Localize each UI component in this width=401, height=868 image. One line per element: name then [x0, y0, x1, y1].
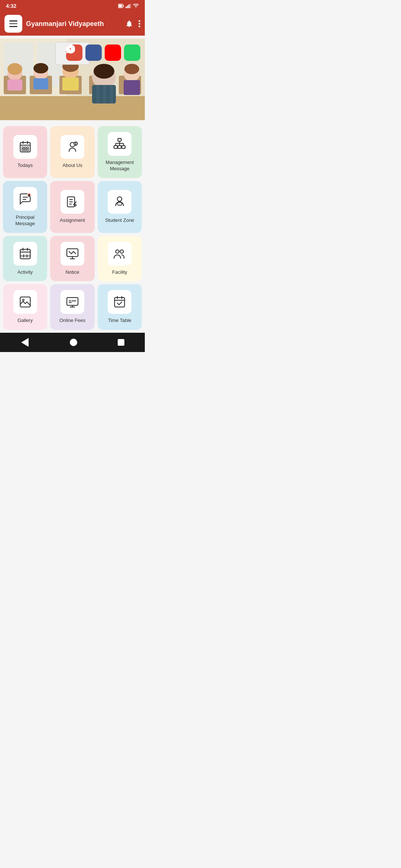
home-button[interactable]: [70, 339, 77, 346]
recents-icon: [118, 339, 124, 346]
hero-banner: [0, 39, 145, 120]
team-icon: [113, 247, 126, 260]
menu-item-online-fees[interactable]: Online Fees: [50, 284, 94, 330]
computer-pay-icon: [66, 295, 79, 309]
bell-icon[interactable]: [125, 20, 133, 28]
about-us-label: About Us: [62, 162, 82, 169]
svg-line-85: [74, 251, 76, 254]
recents-button[interactable]: [118, 339, 124, 346]
svg-rect-3: [125, 7, 127, 8]
principal-message-label: Principal Message: [7, 214, 43, 227]
gallery-icon-container: [13, 290, 37, 314]
svg-point-71: [117, 197, 122, 201]
timetable-label: Time Table: [108, 318, 131, 324]
bottom-navigation: [0, 333, 145, 352]
menu-item-notice[interactable]: Notice: [50, 236, 94, 282]
principal-message-icon-container: 1: [13, 187, 37, 211]
assignment-icon-container: [61, 190, 84, 214]
svg-point-22: [7, 63, 22, 75]
whatsapp-icon[interactable]: [124, 45, 140, 61]
main-menu-grid: Todays About Us: [0, 123, 145, 333]
svg-rect-90: [67, 297, 78, 305]
svg-rect-54: [114, 146, 117, 149]
svg-rect-27: [62, 78, 79, 91]
calendar-icon: [19, 140, 32, 154]
svg-point-87: [120, 250, 124, 253]
app-header: Gyanmanjari Vidyapeeth: [0, 12, 145, 36]
assignment-label: Assignment: [60, 217, 85, 224]
management-message-icon-container: [108, 132, 131, 156]
management-message-label: Management Message: [101, 160, 138, 172]
svg-point-7: [138, 20, 140, 22]
svg-rect-88: [20, 297, 30, 307]
back-icon: [21, 338, 29, 347]
todays-icon-container: [13, 135, 37, 159]
svg-rect-33: [110, 85, 113, 103]
home-icon: [70, 339, 77, 346]
svg-line-83: [69, 251, 71, 254]
svg-rect-24: [33, 78, 48, 89]
svg-point-34: [94, 64, 114, 79]
svg-rect-43: [22, 147, 24, 149]
svg-line-84: [71, 251, 74, 254]
status-bar: 4:32: [0, 0, 145, 12]
svg-rect-32: [103, 85, 106, 103]
svg-rect-1: [123, 5, 124, 7]
chat-notification-icon: 1: [19, 192, 32, 206]
notice-icon-container: [61, 242, 84, 266]
svg-rect-31: [97, 85, 100, 103]
menu-item-about-us[interactable]: About Us: [50, 126, 94, 178]
svg-rect-21: [7, 79, 22, 91]
signal-icon: [125, 4, 131, 8]
youtube-icon[interactable]: [105, 45, 121, 61]
svg-rect-72: [117, 203, 122, 206]
more-options-icon[interactable]: [138, 20, 140, 28]
facility-label: Facility: [112, 269, 127, 276]
battery-icon: [118, 4, 124, 8]
menu-item-activity[interactable]: Activity: [3, 236, 47, 282]
svg-rect-47: [24, 149, 26, 151]
menu-item-principal-message[interactable]: 1 Principal Message: [3, 181, 47, 233]
activity-icon-container: [13, 242, 37, 266]
svg-rect-53: [118, 138, 121, 141]
menu-item-management-message[interactable]: Management Message: [98, 126, 142, 178]
about-us-icon-container: [61, 135, 84, 159]
app-title: Gyanmanjari Vidyapeeth: [26, 20, 121, 28]
svg-rect-55: [118, 146, 121, 149]
svg-rect-48: [27, 149, 29, 151]
image-icon: [19, 295, 32, 309]
person-info-icon: [66, 140, 79, 154]
checklist-pen-icon: [66, 195, 79, 208]
svg-rect-4: [127, 6, 128, 8]
online-fees-icon-container: [61, 290, 84, 314]
menu-button[interactable]: [4, 15, 22, 33]
svg-point-9: [138, 26, 140, 27]
svg-point-89: [22, 299, 24, 301]
status-icons: [118, 4, 139, 8]
svg-point-37: [124, 64, 139, 74]
svg-rect-2: [119, 5, 122, 7]
svg-rect-46: [22, 149, 24, 151]
gallery-label: Gallery: [17, 318, 33, 324]
student-zone-icon-container: [108, 190, 131, 214]
svg-rect-56: [122, 146, 125, 149]
svg-rect-14: [0, 96, 145, 120]
menu-item-timetable[interactable]: Time Table: [98, 284, 142, 330]
calendar-grid-icon: [19, 247, 32, 260]
org-chart-icon: [113, 137, 126, 151]
student-icon: [113, 195, 126, 208]
back-button[interactable]: [20, 339, 29, 346]
menu-item-todays[interactable]: Todays: [3, 126, 47, 178]
svg-rect-73: [20, 249, 30, 259]
todays-label: Todays: [17, 162, 33, 169]
svg-rect-96: [115, 297, 125, 307]
menu-item-student-zone[interactable]: Student Zone: [98, 181, 142, 233]
menu-item-assignment[interactable]: Assignment: [50, 181, 94, 233]
svg-rect-36: [124, 80, 140, 95]
menu-item-gallery[interactable]: Gallery: [3, 284, 47, 330]
timetable-icon-container: [108, 290, 131, 314]
svg-rect-44: [24, 147, 26, 149]
menu-item-facility[interactable]: Facility: [98, 236, 142, 282]
facebook-icon[interactable]: [85, 45, 102, 61]
svg-rect-5: [128, 4, 130, 8]
